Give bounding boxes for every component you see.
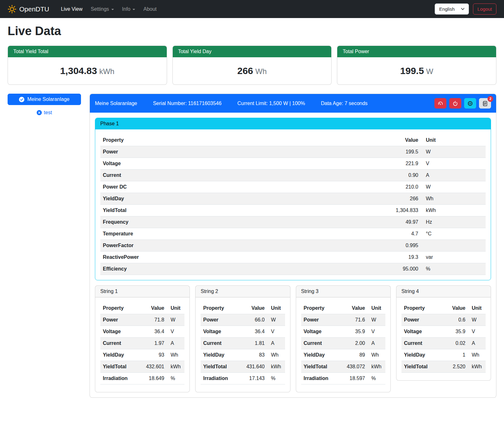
value-cell: 431.640 [241,364,267,370]
property-cell: YieldTotal [100,364,140,370]
unit-cell: Wh [267,352,285,358]
table-row: Voltage 221.9 V [100,158,486,170]
column-header-property: Property [301,305,341,311]
inverter-sidebar: Meine Solaranlage test [8,94,81,115]
inverter-select-button[interactable]: Meine Solaranlage [8,94,81,105]
column-header-property: Property [201,305,240,311]
table-row: Current 1.81 A [201,338,285,349]
power-button[interactable] [449,98,461,109]
unit-cell: W [421,149,486,155]
gauge-icon [437,100,444,107]
table-row: Current 0.90 A [100,170,486,181]
value-cell: 199.5 [373,149,421,155]
summary-cards: Total Yield Total 1,304.83kWh Total Yiel… [8,46,496,85]
unit-cell: kWh [368,364,385,370]
nav-live-view[interactable]: Live View [57,4,87,15]
property-cell: Irradiation [301,376,341,381]
string-table-body: Power 71.8 W Voltage 36.4 V [100,314,184,384]
property-cell: Voltage [100,329,140,334]
property-cell: PowerFactor [100,243,373,248]
unit-cell: W [167,317,184,323]
table-row: YieldDay 93 Wh [100,349,184,361]
value-cell: 35.9 [441,329,468,334]
table-row: Temperature 4.7 °C [100,228,486,240]
value-cell: 1.81 [241,340,267,346]
summary-card-title: Total Power [337,46,496,57]
table-header-row: Property Value Unit [301,302,385,314]
summary-card-title: Total Yield Total [8,46,167,57]
value-cell: 19.3 [373,254,421,260]
table-row: Current 1.97 A [100,338,184,349]
table-row: YieldTotal 438.072 kWh [301,361,385,373]
nav-settings[interactable]: Settings [87,4,118,15]
table-row: Power 66.0 W [201,314,285,326]
property-cell: Temperature [100,231,373,237]
value-cell: 36.4 [241,329,267,334]
nav-about[interactable]: About [139,4,161,15]
string-table: Property Value Unit Power 71.8 [100,302,184,384]
event-log-button[interactable]: 2 [479,98,491,109]
main-content: Live Data Total Yield Total 1,304.83kWh … [0,24,504,407]
phase-table: Property Value Unit Power 199.5 W [100,134,486,275]
sidebar-item-test[interactable]: test [8,110,81,115]
table-row: YieldDay 1 Wh [401,349,486,361]
nav-info[interactable]: Info [118,4,140,15]
inverter-header-buttons: 2 [434,98,491,109]
value-cell: 2.00 [341,340,368,346]
value-cell: 432.601 [140,364,167,370]
table-row: Efficiency 95.000 % [100,263,486,275]
value-cell: 438.072 [341,364,368,370]
string-table-body: Power 71.6 W Voltage 35.9 V [301,314,385,384]
value-cell: 0.02 [441,340,468,346]
logout-button[interactable]: Logout [473,3,496,15]
unit-cell: V [468,329,486,334]
property-cell: Power [401,317,441,323]
string-table: Property Value Unit Power 71.6 [301,302,385,384]
value-cell: 17.143 [241,376,267,381]
unit-cell: V [267,329,285,334]
unit-cell: Hz [421,219,486,225]
unit-cell: kWh [468,364,486,370]
x-circle-icon [37,110,42,115]
column-header-property: Property [401,305,441,311]
value-cell: 89 [341,352,368,358]
column-header-unit: Unit [167,305,184,311]
string-card-4: String 4 Property Value Unit [396,285,491,381]
string-card-title: String 1 [95,286,190,297]
value-cell: 71.8 [140,317,167,323]
unit-cell: W [267,317,285,323]
property-cell: Current [100,172,373,178]
table-row: YieldTotal 1,304.833 kWh [100,205,486,216]
brand-link[interactable]: OpenDTU [8,5,49,14]
sun-logo-icon [8,5,16,14]
property-cell: Current [401,340,441,346]
string-card-body: Property Value Unit Power 66.0 [196,297,290,392]
strings-grid: String 1 Property Value Unit [95,285,491,392]
chevron-down-icon [461,8,464,10]
string-card-2: String 2 Property Value Unit [195,285,290,392]
value-cell: 93 [140,352,167,358]
nav-links: Live View Settings Info About [57,4,433,15]
string-card-3: String 3 Property Value Unit [296,285,391,392]
nav-about-label: About [143,6,157,12]
string-card-body: Property Value Unit Power 71.8 [95,297,190,392]
table-row: Current 2.00 A [301,338,385,349]
summary-card-body: 1,304.83kWh [8,57,167,84]
property-cell: ReactivePower [100,254,373,260]
unit-cell: A [167,340,184,346]
summary-value: 1,304.83 [60,65,97,76]
table-row: Power 199.5 W [100,146,486,158]
value-cell: 35.9 [341,329,368,334]
table-row: Voltage 35.9 V [301,326,385,338]
unit-cell: % [267,376,285,381]
property-cell: YieldDay [201,352,240,358]
column-header-value: Value [341,305,368,311]
limit-settings-button[interactable] [434,98,446,109]
unit-cell: % [421,266,486,272]
property-cell: Voltage [100,161,373,166]
device-info-button[interactable] [464,98,476,109]
navbar-right: English Logout [435,3,496,15]
language-select[interactable]: English [435,3,469,15]
string-card-title: String 2 [196,286,290,297]
property-cell: Voltage [401,329,441,334]
